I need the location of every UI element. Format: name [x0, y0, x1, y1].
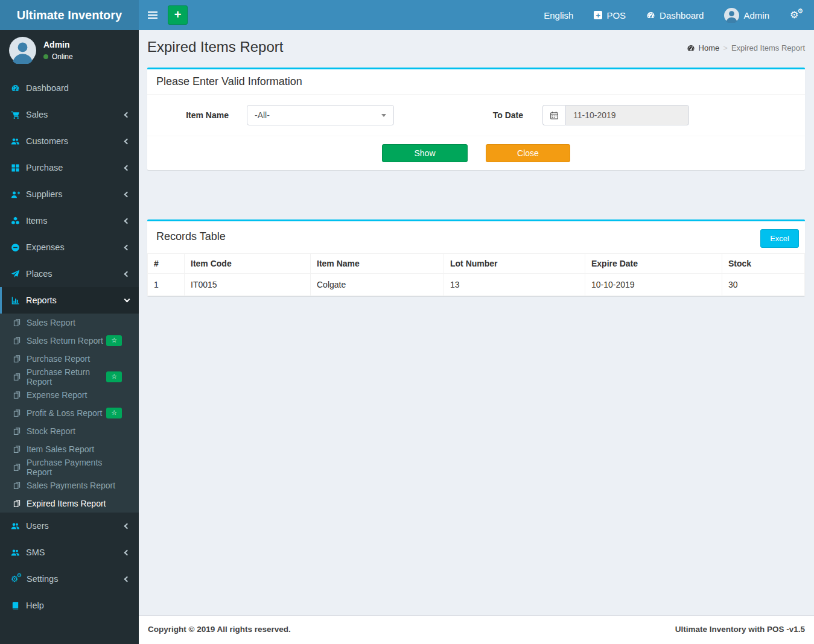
sidebar-item-reports[interactable]: Reports	[0, 287, 139, 314]
sidebar-user-panel: Admin Online	[0, 30, 139, 70]
records-title: Records Table	[156, 230, 226, 242]
plus-square-icon	[594, 11, 602, 19]
cell-lot-number: 13	[444, 274, 585, 296]
user-menu-label: Admin	[743, 10, 769, 21]
chevron-left-icon	[124, 218, 130, 224]
sidebar-item-help[interactable]: Help	[0, 592, 139, 619]
show-button[interactable]: Show	[382, 144, 468, 162]
pos-link[interactable]: POS	[594, 10, 626, 21]
submenu-item-sales-return-report[interactable]: Sales Return Report ☆	[0, 332, 139, 350]
sidebar-item-places[interactable]: Places	[0, 260, 139, 287]
sidebar-item-label: Purchase	[26, 163, 63, 172]
user-menu[interactable]: Admin	[724, 8, 769, 23]
sidebar-item-expenses[interactable]: Expenses	[0, 234, 139, 260]
book-icon	[11, 601, 20, 610]
avatar	[724, 8, 739, 23]
chevron-left-icon	[124, 271, 130, 277]
users-icon	[11, 522, 20, 531]
breadcrumb-home[interactable]: Home	[699, 43, 720, 52]
item-name-select[interactable]: -All-	[247, 105, 394, 125]
chevron-down-icon	[124, 296, 130, 302]
submenu-item-purchase-report[interactable]: Purchase Report	[0, 350, 139, 368]
records-panel: Records Table Excel # Item Code Item Nam…	[147, 219, 805, 296]
sidebar-toggle-button[interactable]	[139, 0, 167, 30]
column-header-item-code: Item Code	[185, 254, 311, 274]
users-icon	[11, 548, 20, 557]
submenu-item-label: Profit & Loss Report	[27, 408, 102, 418]
calendar-addon[interactable]	[542, 105, 565, 125]
submenu-item-expense-report[interactable]: Expense Report	[0, 386, 139, 404]
reports-submenu: Sales Report Sales Return Report ☆ Purch…	[0, 314, 139, 513]
cell-expire-date: 10-10-2019	[585, 274, 722, 296]
sidebar-item-label: Suppliers	[26, 189, 62, 199]
excel-export-button[interactable]: Excel	[760, 229, 799, 248]
users-icon	[11, 137, 20, 146]
sidebar-item-label: Settings	[27, 574, 58, 584]
hamburger-icon	[148, 11, 157, 19]
submenu-item-label: Purchase Return Report	[27, 367, 106, 387]
sidebar-item-label: Places	[26, 269, 52, 279]
sidebar-item-items[interactable]: Items	[0, 207, 139, 234]
sidebar-item-label: Expenses	[26, 242, 65, 252]
dashboard-label: Dashboard	[660, 10, 704, 21]
language-menu[interactable]: English	[544, 10, 573, 21]
sidebar-item-users[interactable]: Users	[0, 513, 139, 539]
item-name-field-group: Item Name -All-	[147, 105, 476, 125]
submenu-item-label: Sales Return Report	[27, 336, 103, 346]
bar-chart-icon	[11, 296, 20, 305]
sidebar-item-suppliers[interactable]: Suppliers	[0, 181, 139, 207]
chevron-left-icon	[124, 523, 130, 529]
item-name-selected-value: -All-	[255, 110, 270, 120]
submenu-item-expired-items-report[interactable]: Expired Items Report	[0, 494, 139, 513]
submenu-item-item-sales-report[interactable]: Item Sales Report	[0, 440, 139, 458]
dashboard-link[interactable]: Dashboard	[646, 10, 704, 21]
sidebar-item-sms[interactable]: SMS	[0, 539, 139, 566]
sidebar-item-customers[interactable]: Customers	[0, 128, 139, 154]
submenu-item-label: Stock Report	[27, 426, 75, 436]
close-button[interactable]: Close	[486, 144, 570, 162]
column-header-expire-date: Expire Date	[585, 254, 722, 274]
breadcrumb-separator: >	[723, 43, 728, 52]
sidebar-item-dashboard[interactable]: Dashboard	[0, 75, 139, 101]
column-header-item-name: Item Name	[311, 254, 444, 274]
submenu-item-sales-payments-report[interactable]: Sales Payments Report	[0, 476, 139, 494]
submenu-item-label: Sales Report	[27, 318, 75, 327]
brand-logo[interactable]: Ultimate Inventory	[0, 0, 139, 30]
chevron-left-icon	[124, 549, 130, 555]
sidebar-item-settings[interactable]: Settings	[0, 566, 139, 592]
reports-submenu-wrap: Sales Report Sales Return Report ☆ Purch…	[0, 314, 139, 513]
copy-icon	[13, 463, 21, 472]
filter-form: Item Name -All- To Date	[147, 95, 805, 136]
star-badge: ☆	[106, 371, 122, 382]
sidebar-item-purchase[interactable]: Purchase	[0, 154, 139, 181]
chevron-left-icon	[124, 165, 130, 171]
submenu-item-label: Purchase Report	[27, 354, 90, 364]
item-name-label: Item Name	[147, 110, 247, 120]
quick-add-button[interactable]	[168, 5, 188, 25]
submenu-item-stock-report[interactable]: Stock Report	[0, 422, 139, 440]
settings-menu-button[interactable]	[790, 9, 803, 21]
sidebar-item-label: Customers	[26, 136, 68, 146]
submenu-item-sales-report[interactable]: Sales Report	[0, 314, 139, 332]
to-date-input[interactable]	[565, 105, 689, 125]
sidebar-item-sales[interactable]: Sales	[0, 101, 139, 128]
paper-plane-icon	[11, 270, 20, 279]
submenu-item-purchase-return-report[interactable]: Purchase Return Report ☆	[0, 368, 139, 386]
copy-icon	[13, 427, 21, 435]
online-dot-icon	[43, 54, 48, 59]
filter-actions: Show Close	[147, 136, 805, 170]
navbar-right: English POS Dashboard Admin	[544, 8, 814, 23]
home-icon	[687, 44, 695, 52]
submenu-item-purchase-payments-report[interactable]: Purchase Payments Report	[0, 458, 139, 476]
star-badge: ☆	[106, 335, 122, 346]
submenu-item-profit-loss-report[interactable]: Profit & Loss Report ☆	[0, 404, 139, 422]
content-header: Expired Items Report Home > Expired Item…	[147, 39, 805, 68]
page-footer: Copyright © 2019 All rights reserved. Ul…	[139, 615, 814, 644]
records-panel-heading: Records Table Excel	[147, 221, 805, 253]
copy-icon	[13, 445, 21, 453]
copy-icon	[13, 499, 21, 508]
cell-item-name: Colgate	[311, 274, 444, 296]
sidebar-item-label: Items	[26, 216, 47, 226]
sidebar: Admin Online Dashboard Sales Customers	[0, 30, 139, 644]
chevron-left-icon	[124, 191, 130, 197]
